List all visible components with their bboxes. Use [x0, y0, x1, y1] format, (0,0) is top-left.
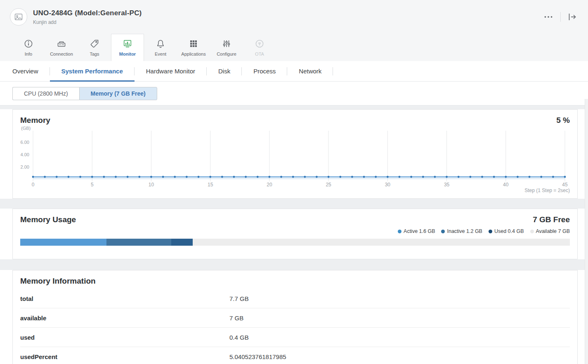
legend-dot	[398, 230, 401, 233]
subnav-item-overview[interactable]: Overview	[0, 61, 50, 81]
tab-tags[interactable]: Tags	[78, 34, 111, 61]
configure-sliders-icon	[222, 39, 231, 49]
table-row-total: total 7.7 GB	[20, 289, 570, 308]
memory-free-value: 7 GB Free	[533, 215, 570, 224]
tab-label-info: Info	[25, 52, 32, 56]
subnav-item-process[interactable]: Process	[242, 61, 287, 81]
performance-toggle-group: CPU (2800 MHz) Memory (7 GB Free)	[0, 82, 588, 105]
section-divider-band	[0, 259, 588, 270]
legend-label: Active 1.6 GB	[404, 228, 435, 234]
svg-text:45: 45	[562, 182, 568, 188]
tab-label-monitor: Monitor	[119, 52, 136, 56]
row-label: usedPercent	[20, 353, 229, 360]
tab-event[interactable]: Event	[144, 34, 177, 61]
memory-usage-card: Memory Usage 7 GB Free Active 1.6 GBInac…	[12, 209, 578, 259]
memory-information-card: Memory Information total 7.7 GB availabl…	[12, 270, 578, 364]
memory-information-title: Memory Information	[20, 277, 96, 286]
memory-toggle-button[interactable]: Memory (7 GB Free)	[79, 87, 157, 100]
tab-ota[interactable]: OTA	[243, 34, 276, 61]
subnav-item-disk[interactable]: Disk	[207, 61, 242, 81]
tab-label-tags: Tags	[90, 52, 99, 56]
row-label: available	[20, 315, 229, 322]
header-divider	[560, 12, 561, 22]
table-row-used: used 0.4 GB	[20, 328, 570, 347]
exit-panel-icon[interactable]	[567, 12, 577, 22]
bar-segment-available	[193, 239, 570, 246]
vertical-scrollbar[interactable]	[585, 99, 588, 364]
svg-text:4.00: 4.00	[21, 152, 29, 157]
subnav-item-network[interactable]: Network	[287, 61, 333, 81]
bar-segment-used	[171, 239, 193, 246]
svg-text:5: 5	[91, 182, 94, 188]
tab-connection[interactable]: Connection	[45, 34, 78, 61]
table-row-available: available 7 GB	[20, 308, 570, 328]
subnav-item-hardware-monitor[interactable]: Hardware Monitor	[135, 61, 207, 81]
device-tabbar: Info Connection Tags Monitor	[0, 34, 588, 61]
tab-applications[interactable]: Applications	[177, 34, 210, 61]
device-header: UNO-2484G (Model:General-PC) Kunjin add	[0, 0, 588, 34]
subnav-item-system-performance[interactable]: System Performance	[50, 61, 135, 81]
legend-dot	[441, 230, 445, 233]
memory-chart-card: Memory 5 % 0510152025303540452.004.006.0…	[12, 109, 578, 199]
device-subtitle: Kunjin add	[33, 19, 142, 25]
section-divider-band	[0, 199, 588, 209]
memory-percent-value: 5 %	[556, 116, 570, 125]
tab-label-ota: OTA	[255, 52, 264, 56]
svg-text:(GB): (GB)	[21, 126, 31, 131]
memory-chart: 0510152025303540452.004.006.00(GB)	[13, 126, 577, 188]
tab-label-event: Event	[155, 52, 166, 56]
svg-text:40: 40	[503, 182, 509, 188]
table-row-usedpercent: usedPercent 5.040523761817985	[20, 347, 570, 364]
memory-usage-bar	[20, 239, 570, 246]
legend-item-active: Active 1.6 GB	[398, 228, 435, 234]
applications-grid-icon	[189, 39, 198, 49]
legend-item-used: Used 0.4 GB	[489, 228, 524, 234]
legend-label: Used 0.4 GB	[494, 228, 524, 234]
device-title: UNO-2484G (Model:General-PC)	[33, 9, 142, 17]
svg-text:10: 10	[149, 182, 154, 188]
connection-icon	[57, 39, 66, 49]
svg-text:2.00: 2.00	[21, 164, 29, 169]
tags-icon	[90, 39, 99, 49]
memory-usage-title: Memory Usage	[20, 215, 76, 224]
section-divider-band	[0, 105, 588, 109]
row-label: total	[20, 295, 229, 302]
legend-item-inactive: Inactive 1.2 GB	[441, 228, 482, 234]
svg-text:0: 0	[32, 182, 35, 188]
info-icon	[24, 39, 33, 49]
svg-text:15: 15	[208, 182, 213, 188]
tab-info[interactable]: Info	[12, 34, 45, 61]
bar-segment-inactive	[106, 239, 171, 246]
tab-monitor[interactable]: Monitor	[111, 34, 144, 61]
cpu-toggle-button[interactable]: CPU (2800 MHz)	[12, 87, 79, 100]
legend-item-available: Available 7 GB	[530, 228, 570, 234]
svg-text:35: 35	[444, 182, 450, 188]
svg-text:20: 20	[267, 182, 272, 188]
more-icon[interactable]	[543, 12, 554, 22]
tab-configure[interactable]: Configure	[210, 34, 243, 61]
legend-dot	[530, 230, 534, 233]
chart-step-note: Step (1 Step = 2sec)	[13, 188, 577, 198]
legend-label: Inactive 1.2 GB	[447, 228, 482, 234]
svg-text:25: 25	[326, 182, 331, 188]
monitor-icon	[123, 39, 132, 49]
row-value: 0.4 GB	[229, 334, 570, 341]
tab-label-configure: Configure	[217, 52, 236, 56]
memory-chart-title: Memory	[20, 116, 50, 125]
svg-text:6.00: 6.00	[21, 140, 29, 145]
row-value: 7.7 GB	[229, 295, 570, 302]
memory-information-table: total 7.7 GB available 7 GB used 0.4 GB …	[13, 287, 577, 364]
legend-label: Available 7 GB	[536, 228, 570, 234]
row-value: 7 GB	[229, 315, 570, 322]
tab-label-applications: Applications	[181, 52, 205, 56]
svg-text:30: 30	[385, 182, 391, 188]
row-label: used	[20, 334, 229, 341]
legend-dot	[489, 230, 492, 233]
event-bell-icon	[156, 39, 165, 49]
monitor-subnav: Overview System Performance Hardware Mon…	[0, 61, 588, 82]
bar-segment-active	[20, 239, 106, 246]
tab-label-connection: Connection	[50, 52, 73, 56]
device-avatar	[10, 8, 27, 26]
memory-usage-legend: Active 1.6 GBInactive 1.2 GBUsed 0.4 GBA…	[13, 225, 577, 238]
row-value: 5.040523761817985	[229, 353, 570, 360]
